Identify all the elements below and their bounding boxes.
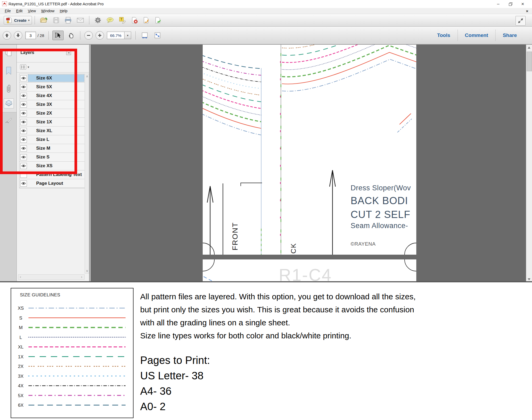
settings-button[interactable] — [93, 16, 103, 24]
menu-help[interactable]: Help — [57, 8, 70, 14]
menu-bar: FileEditViewWindowHelp — [0, 8, 532, 14]
legend-size-label: S — [19, 316, 22, 321]
panel-horizontal-scrollbar[interactable]: ‹ › — [18, 274, 85, 280]
menu-file[interactable]: File — [2, 8, 14, 14]
page-number-input[interactable]: 3 — [25, 32, 36, 39]
piece-title-line3: CUT 2 SELF — [351, 209, 410, 220]
scrolling-mode-button[interactable] — [139, 31, 150, 40]
acrobat-window: Rayena_P1201_US LETTER.pdf - Adobe Acrob… — [0, 0, 532, 420]
expand-arrows-icon — [518, 18, 523, 24]
document-close-button[interactable]: × — [526, 9, 528, 13]
email-button[interactable] — [75, 16, 85, 24]
scroll-down-icon[interactable]: ∨ — [86, 269, 88, 272]
back-label: CK — [289, 243, 297, 254]
scroll-right-icon[interactable]: › — [81, 275, 82, 279]
fit-page-button[interactable] — [152, 31, 163, 40]
menu-view[interactable]: View — [25, 8, 39, 14]
window-controls: – × — [492, 0, 529, 8]
piece-title-line2: BACK BODI — [351, 195, 408, 206]
scroll-up-icon[interactable]: ∧ — [86, 75, 88, 78]
scroll-up-button[interactable] — [526, 45, 532, 51]
minimize-button[interactable]: – — [492, 0, 504, 8]
fit-page-icon — [154, 32, 161, 39]
legend-size-label: 2X — [18, 364, 24, 369]
paragraph-line: All pattern files are layered. With this… — [140, 290, 526, 303]
page-delete-icon — [131, 17, 138, 24]
edit-text-button[interactable]: T — [118, 16, 128, 24]
zoom-level-input[interactable]: 66.7% — [107, 32, 124, 39]
legend-size-label: XL — [18, 345, 24, 350]
restore-button[interactable] — [504, 0, 517, 8]
scroll-up-icon — [528, 47, 530, 49]
red-highlight-rectangle — [0, 49, 77, 174]
save-button[interactable] — [51, 16, 61, 24]
fit-width-icon — [141, 32, 148, 39]
menu-window[interactable]: Window — [39, 8, 57, 14]
tools-link[interactable]: Tools — [430, 32, 457, 38]
piece-title-line4: Seam Allowance- — [351, 222, 408, 230]
acrobat-app-icon — [2, 1, 7, 7]
scroll-left-icon[interactable]: ‹ — [20, 275, 21, 279]
save-icon — [53, 17, 60, 24]
create-icon — [6, 17, 13, 23]
comment-button[interactable] — [105, 16, 115, 24]
comment-link[interactable]: Comment — [458, 32, 496, 38]
paragraph-line: with all the grading lines on a single s… — [140, 316, 526, 329]
zoom-dropdown-button[interactable]: ▾ — [124, 32, 131, 39]
layer-label[interactable]: Page Layout — [28, 180, 84, 187]
scrollbar-thumb[interactable] — [527, 52, 532, 71]
folder-open-icon — [40, 17, 48, 24]
chevron-down-icon: ▾ — [28, 19, 30, 22]
legend-size-label: L — [19, 335, 22, 340]
legend-size-label: M — [19, 325, 23, 330]
svg-text:T: T — [120, 18, 123, 21]
next-page-button[interactable] — [14, 31, 22, 40]
close-button[interactable]: × — [517, 0, 529, 8]
print-button[interactable] — [63, 16, 73, 24]
panel-vertical-scrollbar[interactable]: ∧ ∨ — [85, 74, 89, 274]
hand-tool-button[interactable] — [66, 31, 76, 40]
window-title: Rayena_P1201_US LETTER.pdf - Adobe Acrob… — [9, 2, 104, 6]
pdf-page-canvas[interactable]: FRONTCKDress Sloper(WovBACK BODICUT 2 SE… — [92, 45, 526, 282]
menu-edit[interactable]: Edit — [14, 8, 25, 14]
share-link[interactable]: Share — [496, 32, 524, 38]
delete-pages-button[interactable] — [130, 16, 139, 24]
restore-icon — [509, 2, 512, 6]
zoom-in-button[interactable] — [95, 31, 104, 40]
layered-files-paragraph: All pattern files are layered. With this… — [140, 290, 526, 342]
legend-size-label: 3X — [18, 374, 24, 379]
copyright-label: ©RAYENA — [351, 241, 376, 247]
legend-size-label: XS — [18, 306, 24, 311]
layer-row-page-layout[interactable]: Page Layout — [19, 179, 85, 188]
legend-size-label: 5X — [18, 393, 24, 398]
front-label: FRONT — [231, 222, 239, 250]
task-pane-links: ToolsCommentShare — [430, 27, 524, 44]
document-scrollbar[interactable] — [526, 45, 532, 282]
minus-icon — [86, 33, 91, 37]
close-icon: × — [521, 1, 524, 7]
edit-text-icon: T — [119, 17, 126, 24]
eye-icon — [21, 182, 26, 185]
select-tool-button[interactable] — [52, 31, 64, 40]
page-export-icon — [155, 17, 161, 24]
minimize-icon: – — [497, 2, 500, 6]
extract-pages-button[interactable] — [142, 16, 151, 24]
create-button[interactable]: Create ▾ — [4, 16, 32, 24]
envelope-icon — [77, 17, 84, 23]
pages-to-print-item: US Letter- 38 — [140, 368, 210, 383]
toolbar-separator — [135, 31, 136, 40]
toolbar-expand-button[interactable] — [516, 16, 526, 26]
legend-size-label: 6X — [18, 403, 24, 408]
toolbar-separator — [80, 31, 80, 40]
open-file-button[interactable] — [39, 16, 49, 24]
zoom-out-button[interactable] — [84, 31, 93, 40]
pages-to-print-item: A0- 2 — [140, 399, 210, 414]
toolbar-separator — [48, 31, 49, 40]
layer-visibility-checkbox[interactable] — [20, 180, 27, 187]
previous-page-button[interactable] — [3, 31, 11, 40]
window-bottom-edge — [0, 281, 532, 282]
pages-to-print-item: A4- 36 — [140, 383, 210, 399]
export-file-button[interactable] — [153, 16, 163, 24]
size-guidelines-legend: XSSMLXL1X2X3X4X5X6X — [11, 288, 132, 417]
comment-bubble-icon — [106, 17, 114, 23]
